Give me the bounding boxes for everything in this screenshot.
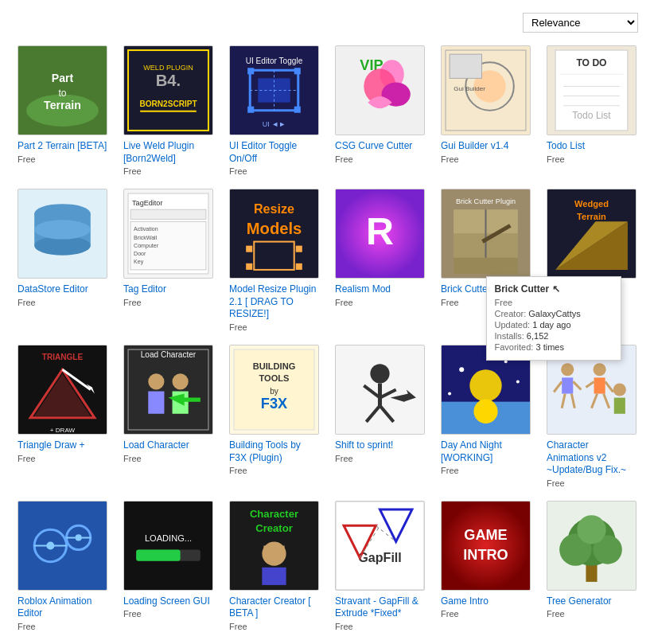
plugin-card-part2terrain[interactable]: Part to Terrain Part 2 Terrain [BETA]Fre… — [10, 39, 115, 182]
svg-point-160 — [577, 515, 605, 544]
plugin-name-gapfill: Stravant - GapFill & Extrude *Fixed* — [335, 595, 425, 620]
plugin-name-loadingscreen: Loading Screen GUI — [123, 595, 213, 608]
svg-rect-10 — [140, 111, 197, 112]
svg-rect-143 — [262, 567, 286, 584]
svg-text:Character: Character — [250, 508, 298, 520]
svg-text:Brick Cutter Plugin: Brick Cutter Plugin — [456, 197, 516, 205]
svg-text:Wedged: Wedged — [574, 199, 609, 209]
plugin-thumb-gapfill: GapFill — [335, 501, 425, 591]
svg-point-108 — [459, 367, 464, 372]
plugin-card-todo[interactable]: TO DO Todo List Todo ListFree — [539, 39, 644, 182]
svg-point-134 — [76, 534, 82, 541]
plugin-card-triangledraw[interactable]: TRIANGLE + DRAW Triangle Draw +Free — [10, 338, 115, 494]
svg-text:UI ◄►: UI ◄► — [263, 120, 286, 128]
svg-text:INTRO: INTRO — [463, 546, 508, 562]
svg-rect-152 — [442, 502, 530, 590]
svg-text:to: to — [58, 88, 66, 99]
plugin-card-gameintro[interactable]: GAME INTRO Game IntroFree — [433, 494, 539, 638]
svg-text:GapFill: GapFill — [358, 549, 402, 564]
plugin-thumb-daynight — [441, 345, 531, 435]
svg-point-133 — [46, 541, 54, 549]
svg-point-99 — [370, 364, 389, 383]
plugin-card-realism[interactable]: R Realism ModFree — [327, 182, 433, 338]
plugin-card-csg[interactable]: VIP CSG Curve CutterFree — [327, 39, 433, 182]
svg-text:Models: Models — [247, 220, 302, 237]
plugin-price-charanimations: Free — [547, 478, 636, 488]
svg-point-109 — [504, 360, 508, 363]
plugins-grid: Part to Terrain Part 2 Terrain [BETA]Fre… — [0, 39, 654, 638]
svg-point-90 — [173, 373, 189, 389]
plugin-price-liveweld: Free — [123, 166, 213, 176]
svg-text:F3X: F3X — [261, 396, 287, 412]
svg-text:Computer: Computer — [134, 243, 159, 249]
plugin-card-loadingscreen[interactable]: LOADING... Loading Screen GUIFree — [115, 494, 221, 638]
plugin-price-triangledraw: Free — [18, 454, 107, 463]
plugin-name-charcreator: Character Creator [ BETA ] — [229, 595, 319, 620]
plugin-card-robloxanim[interactable]: Roblox Animation EditorFree — [10, 494, 115, 638]
plugin-price-brickcutter: Free — [441, 298, 531, 307]
plugin-name-resize: Model Resize Plugin 2.1 [ DRAG TO RESIZE… — [229, 283, 319, 321]
plugin-price-gameintro: Free — [441, 609, 531, 619]
svg-text:GAME: GAME — [464, 527, 507, 543]
plugin-thumb-liveweld: WELD PLUGIN B4. BORN2SCRIPT — [123, 45, 213, 135]
svg-rect-31 — [450, 54, 481, 78]
plugin-card-liveweld[interactable]: WELD PLUGIN B4. BORN2SCRIPT Live Weld Pl… — [115, 39, 221, 182]
plugin-card-charcreator[interactable]: Character Creator Character Creator [ BE… — [221, 494, 327, 638]
plugin-price-todo: Free — [547, 154, 636, 164]
plugin-thumb-charanimations — [547, 345, 636, 435]
svg-text:BORN2SCRIPT: BORN2SCRIPT — [139, 100, 197, 108]
plugin-card-shiftsprint[interactable]: Shift to sprint!Free — [327, 338, 433, 494]
svg-text:by: by — [270, 387, 279, 396]
plugin-card-uieditor[interactable]: UI Editor Toggle UI ◄► UI Editor Toggle … — [221, 39, 327, 182]
plugin-price-guibuilder: Free — [441, 154, 531, 164]
svg-rect-5 — [124, 46, 212, 135]
plugin-name-shiftsprint: Shift to sprint! — [335, 439, 425, 452]
svg-rect-62 — [246, 263, 252, 270]
plugin-price-wedged: Free — [547, 298, 636, 307]
svg-text:TagEditor: TagEditor — [132, 199, 162, 207]
svg-rect-20 — [294, 107, 301, 113]
plugin-card-resize[interactable]: Resize Models Model Resize Plugin 2.1 [ … — [221, 182, 327, 338]
plugin-price-loadingscreen: Free — [123, 609, 213, 619]
svg-rect-60 — [246, 246, 252, 252]
plugin-thumb-csg: VIP — [335, 45, 425, 135]
svg-point-45 — [34, 221, 91, 240]
svg-rect-146 — [336, 502, 424, 590]
svg-text:UI Editor Toggle: UI Editor Toggle — [246, 57, 303, 65]
svg-text:Todo List: Todo List — [572, 110, 611, 121]
plugin-card-guibuilder[interactable]: Gui Builder Gui Builder v1.4Free — [433, 39, 539, 182]
plugin-card-daynight[interactable]: Day And Night [WORKING]Free — [433, 338, 539, 494]
plugin-price-charcreator: Free — [229, 622, 319, 631]
plugin-card-buildingtools[interactable]: BUILDING TOOLS by F3X Building Tools by … — [221, 338, 327, 494]
plugin-card-wedged[interactable]: Wedged Terrain Wedged terrainFree — [539, 182, 644, 338]
plugin-card-loadcharacter[interactable]: Load Character Load CharacterFree — [115, 338, 221, 494]
plugin-name-tageditor: Tag Editor — [123, 283, 213, 296]
plugin-price-shiftsprint: Free — [335, 454, 425, 463]
svg-text:BUILDING: BUILDING — [253, 361, 296, 371]
plugin-price-resize: Free — [229, 322, 319, 332]
plugin-card-tageditor[interactable]: TagEditor Activation BrickWall Computer … — [115, 182, 221, 338]
plugin-name-datastore: DataStore Editor — [18, 283, 107, 296]
svg-text:Gui Builder: Gui Builder — [454, 85, 485, 92]
plugin-card-brickcutter[interactable]: Brick Cutter Plugin Brick CutterFree Bri… — [433, 182, 539, 338]
svg-rect-144 — [263, 545, 268, 552]
plugin-price-datastore: Free — [18, 298, 107, 307]
sort-select[interactable]: Relevance Most Favorited Most Visited Pr… — [523, 13, 638, 33]
svg-rect-135 — [124, 502, 212, 590]
svg-rect-138 — [136, 549, 180, 560]
svg-point-107 — [469, 369, 501, 401]
svg-text:Key: Key — [134, 259, 144, 265]
plugin-thumb-treegen — [547, 501, 636, 591]
plugin-price-realism: Free — [335, 298, 425, 307]
plugin-card-gapfill[interactable]: GapFill Stravant - GapFill & Extrude *Fi… — [327, 494, 433, 638]
plugin-name-csg: CSG Curve Cutter — [335, 140, 425, 153]
plugin-name-triangledraw: Triangle Draw + — [18, 439, 107, 452]
plugin-name-daynight: Day And Night [WORKING] — [441, 439, 531, 464]
plugin-price-loadcharacter: Free — [123, 454, 213, 463]
svg-point-114 — [561, 363, 574, 376]
plugin-thumb-buildingtools: BUILDING TOOLS by F3X — [229, 345, 319, 435]
plugin-card-treegen[interactable]: Tree GeneratorFree — [539, 494, 644, 638]
plugin-card-datastore[interactable]: DataStore EditorFree — [10, 182, 115, 338]
plugin-card-charanimations[interactable]: Character Animations v2 ~Update/Bug Fix.… — [539, 338, 644, 494]
svg-text:B4.: B4. — [156, 72, 181, 89]
